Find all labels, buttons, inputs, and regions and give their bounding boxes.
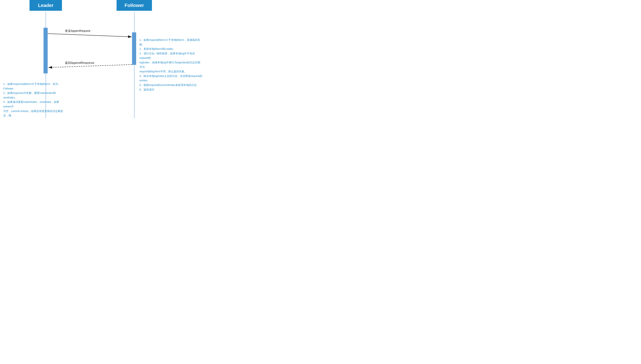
lifeline-follower: [134, 12, 135, 118]
leader-note-line-2: 2、如果response为失败，重置matchIndex和nextIndex。: [3, 92, 56, 99]
activation-follower: [132, 32, 136, 65]
follower-note: 1、如果request的term小于本地的term，直接返回失败。 2、更新本地…: [139, 38, 203, 92]
follower-note-line-3: 3、进行日志一致性检查，如果本地log中不包含request的: [139, 52, 195, 60]
leader-note-line-4: 为空，commit entries，如果还有更多新的日志要提交，继: [3, 110, 63, 117]
leader-note-line-3: 3、如果成功更新matchIndex、nextIndex，如果entries不: [3, 100, 59, 108]
follower-note-line-4: logIndex，或者本地log中索引为logIndex的日志任期号与: [139, 61, 200, 68]
follower-note-line-9: 6、返回成功: [139, 88, 154, 91]
send-request-arrow: [48, 34, 132, 37]
follower-note-line-8: 5、根据request的commitIndex来处理本地的日志: [139, 84, 197, 86]
return-response-arrow: [48, 64, 132, 68]
leader-note: 1、如果response的term大于本地的term，转为Follower。 2…: [3, 82, 67, 118]
actor-leader-box: Leader: [30, 0, 62, 11]
follower-note-line-1: 1、如果request的term小于本地的term，直接返回失败。: [139, 38, 200, 46]
return-response-label: 返回AppendResponse: [65, 61, 94, 65]
follower-note-line-5: request的logTerm不同，那么返回失败。: [139, 70, 187, 73]
send-request-label: 发送AppenRequest: [65, 29, 90, 33]
follower-note-line-2: 2、更新本地的term和Leader。: [139, 48, 176, 50]
diagram-container: Leader Follower 发送AppenRequest 返回AppendR…: [0, 0, 207, 118]
activation-leader: [44, 28, 48, 74]
follower-note-line-7: entries: [139, 79, 147, 82]
leader-note-line-1: 1、如果response的term大于本地的term，转为Follower。: [3, 82, 58, 90]
follower-note-line-6: 4、除去本地logIndex之后的日志，并且附加request的: [139, 74, 202, 78]
actor-follower-box: Follower: [117, 0, 152, 11]
